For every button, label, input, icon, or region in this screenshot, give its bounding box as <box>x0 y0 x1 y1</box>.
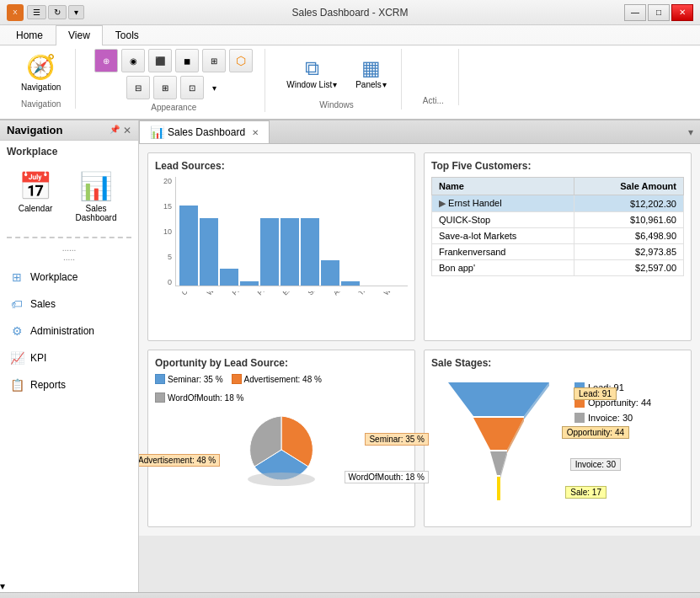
table-row[interactable]: Frankenversand $2,973.85 <box>432 244 684 260</box>
quick-down-btn[interactable]: ▾ <box>68 5 84 19</box>
bar-tradeshow[interactable] <box>321 260 339 286</box>
pie-legend: Seminar: 35 % Advertisement: 48 % WordOf… <box>155 374 408 403</box>
tab-sales-dashboard-label: Sales Dashboard <box>168 126 245 138</box>
bar-advertisement[interactable] <box>301 218 319 286</box>
y-0: 0 <box>155 278 172 286</box>
funnel-label-lead: Lead: 91 <box>574 387 617 400</box>
window-list-button[interactable]: ⧉ Window List ▾ <box>279 52 345 93</box>
funnel-color-invoice <box>574 413 585 423</box>
sidebar-item-sales[interactable]: 🏷 Sales <box>0 291 138 318</box>
appearance-btn-1[interactable]: ⊕ <box>94 49 118 72</box>
svg-point-0 <box>248 473 315 486</box>
quick-refresh-btn[interactable]: ↻ <box>48 5 67 19</box>
appearance-btn-3[interactable]: ⬛ <box>148 49 172 72</box>
appearance-btn-5[interactable]: ⊞ <box>202 49 226 72</box>
bar-partner[interactable] <box>220 269 238 286</box>
ribbon: Home View Tools 🧭 Navigation Navigation … <box>0 25 700 120</box>
workplace-nav-icon: ⊞ <box>8 269 25 286</box>
y-15: 15 <box>155 202 172 211</box>
sidebar-divider <box>7 237 131 238</box>
sidebar-pin-button[interactable]: 📌 <box>110 125 120 136</box>
bar-seminar[interactable] <box>281 218 299 286</box>
customer-amount: $2,597.00 <box>574 260 684 276</box>
sidebar-workplace-items: 📅 Calendar 📊 Sales Dashboard <box>0 159 138 233</box>
tab-close-button[interactable]: ✕ <box>252 128 259 137</box>
minimize-button[interactable]: — <box>624 4 646 21</box>
sales-dashboard-label: Sales Dashboard <box>72 204 120 222</box>
sidebar-bottom-scroll[interactable]: ▾ <box>0 580 138 592</box>
pie-chart-area: Seminar: 35 % Advertisement: 48 % WordOf… <box>155 408 408 494</box>
maximize-button[interactable]: □ <box>648 4 670 21</box>
sidebar-item-calendar[interactable]: 📅 Calendar <box>7 166 64 227</box>
table-row[interactable]: QUICK-Stop $10,961.60 <box>432 212 684 228</box>
group-label-appearance: Appearance <box>151 103 196 112</box>
sidebar-item-kpi[interactable]: 📈 KPI <box>0 344 138 371</box>
funnel-label-invoice: Invoice: 30 <box>570 458 621 471</box>
tab-sales-dashboard[interactable]: 📊 Sales Dashboard ✕ <box>139 120 270 143</box>
funnel-section: Lead: 91 Opportunity: 44 Invoice: 30 Sal… <box>431 374 684 520</box>
y-10: 10 <box>155 227 172 236</box>
legend-color-seminar <box>155 374 165 384</box>
panels-button[interactable]: ▦ Panels ▾ <box>348 52 394 93</box>
group-label-windows: Windows <box>319 100 354 109</box>
group-label-navigation: Navigation <box>21 99 61 109</box>
bar-coldcall[interactable] <box>179 206 198 286</box>
status-bar: User: Administrator <box>0 592 700 598</box>
sidebar-item-administration[interactable]: ⚙ Administration <box>0 318 138 344</box>
calendar-label: Calendar <box>19 204 53 213</box>
appearance-more[interactable]: ▾ <box>207 76 221 99</box>
appearance-btn-7[interactable]: ⊟ <box>126 76 150 99</box>
legend-color-wordofmouth <box>155 392 165 403</box>
funnel-label-sale: Sale: 17 <box>565 486 606 499</box>
lead-sources-panel: Lead Sources: 20 15 10 5 0 <box>147 152 415 341</box>
legend-label-seminar: Seminar: 35 % <box>168 375 223 384</box>
bar-employeereferral[interactable] <box>260 218 279 286</box>
bar-chart-area <box>175 177 408 286</box>
ribbon-group-windows: ⧉ Window List ▾ ▦ Panels ▾ Windows <box>272 49 401 109</box>
table-row[interactable]: Bon app' $2,597.00 <box>432 260 684 276</box>
sales-nav-label: Sales <box>30 298 56 310</box>
sidebar-nav-links: ⊞ Workplace 🏷 Sales ⚙ Administration 📈 K… <box>0 264 138 398</box>
reports-nav-label: Reports <box>30 379 66 391</box>
legend-advertisement: Advertisement: 48 % <box>232 374 322 384</box>
ribbon-group-actions: Acti... <box>409 49 459 105</box>
table-row[interactable]: ▶ Ernst Handel $12,202.30 <box>432 195 684 212</box>
appearance-btn-8[interactable]: ⊞ <box>153 76 177 99</box>
sidebar-controls: 📌 ✕ <box>110 125 131 136</box>
appearance-btn-2[interactable]: ◉ <box>121 49 145 72</box>
tab-tools[interactable]: Tools <box>103 25 152 45</box>
sidebar-item-workplace[interactable]: ⊞ Workplace <box>0 264 138 291</box>
legend-color-advertisement <box>232 374 242 384</box>
pie-label-advertisement: Advertisement: 48 % <box>139 454 220 467</box>
ribbon-group-appearance: ⊕ ◉ ⬛ ◼ ⊞ ⬡ ⊟ ⊞ ⊡ ▾ Appearance <box>83 49 265 112</box>
customers-table: Name Sale Amount ▶ Ernst Handel $12,202.… <box>431 177 684 276</box>
content-area: 📊 Sales Dashboard ✕ ▾ Lead Sources: 20 1… <box>139 120 700 592</box>
funnel-legend-label-invoice: Invoice: 30 <box>588 413 633 423</box>
bar-publicrelations[interactable] <box>240 281 259 286</box>
svg-marker-1 <box>448 382 549 416</box>
appearance-btn-4[interactable]: ◼ <box>175 49 199 72</box>
sidebar: Navigation 📌 ✕ Workplace 📅 Calendar 📊 Sa… <box>0 120 139 592</box>
customer-amount: $2,973.85 <box>574 244 684 260</box>
sidebar-close-button[interactable]: ✕ <box>123 125 131 136</box>
sale-stages-panel: Sale Stages: <box>424 350 692 527</box>
sidebar-item-sales-dashboard[interactable]: 📊 Sales Dashboard <box>67 166 125 227</box>
table-row[interactable]: Save-a-lot Markets $6,498.90 <box>432 228 684 244</box>
quick-access-btn[interactable]: ☰ <box>27 5 46 19</box>
customer-name: ▶ Ernst Handel <box>432 195 574 212</box>
opportunity-title: Oportunity by Lead Source: <box>155 357 408 369</box>
navigation-button[interactable]: 🧭 Navigation <box>13 49 68 96</box>
appearance-btn-9[interactable]: ⊡ <box>180 76 204 99</box>
bar-wordofmouth[interactable] <box>200 218 218 286</box>
tab-scroll-arrow[interactable]: ▾ <box>681 123 700 141</box>
appearance-btn-6[interactable]: ⬡ <box>229 49 253 72</box>
kpi-nav-icon: 📈 <box>8 350 25 366</box>
panels-label: Panels ▾ <box>355 80 387 89</box>
ribbon-tabs: Home View Tools <box>0 25 700 45</box>
sidebar-item-reports[interactable]: 📋 Reports <box>0 371 138 398</box>
tab-view[interactable]: View <box>56 25 103 45</box>
tab-home[interactable]: Home <box>3 25 56 45</box>
bar-web[interactable] <box>341 281 360 286</box>
customer-name: Save-a-lot Markets <box>432 228 574 244</box>
close-button[interactable]: ✕ <box>671 4 693 21</box>
